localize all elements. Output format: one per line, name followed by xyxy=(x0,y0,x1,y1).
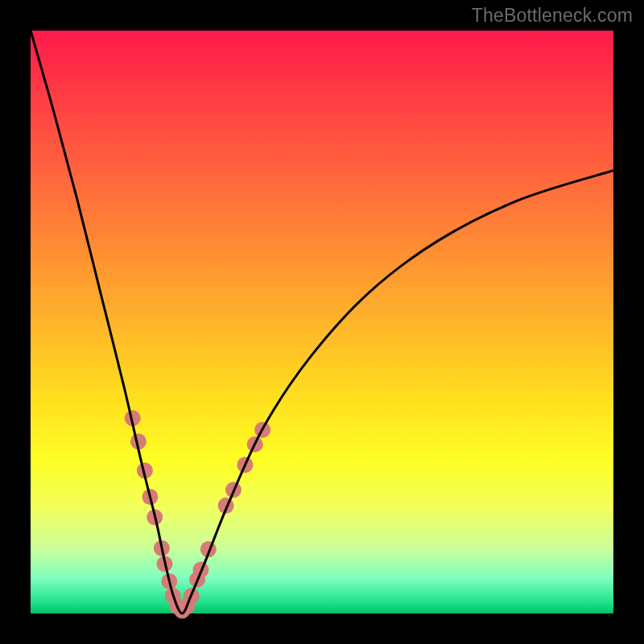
chart-svg xyxy=(31,31,613,613)
watermark-text: TheBottleneck.com xyxy=(472,5,633,27)
chart-frame: TheBottleneck.com xyxy=(0,0,644,644)
marker-layer xyxy=(125,410,270,618)
plot-area xyxy=(31,31,613,613)
bottleneck-curve xyxy=(31,31,613,613)
